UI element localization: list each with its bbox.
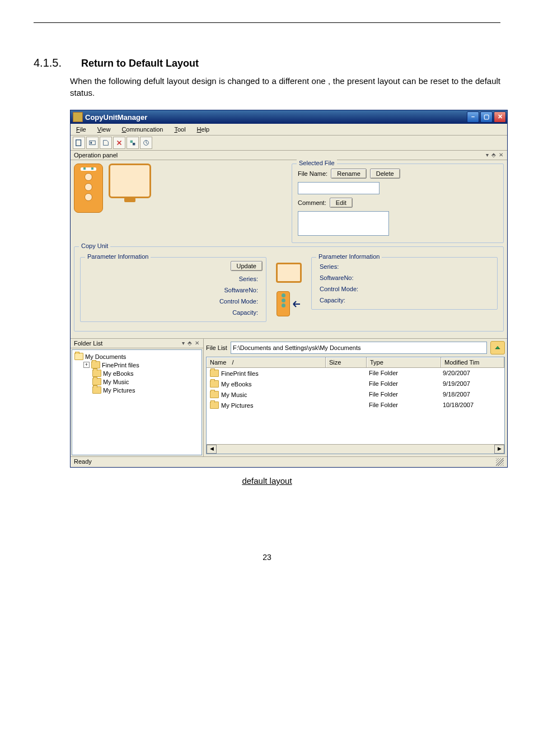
body-text: When the following defult layout design … (70, 75, 500, 99)
param-info-right: Parameter Information Series: SoftwareNo… (311, 257, 498, 310)
svg-rect-3 (130, 141, 133, 143)
folder-list-title: Folder List (74, 340, 102, 347)
menu-tool[interactable]: Tool (171, 125, 189, 134)
copy-unit-device-icon (74, 164, 103, 213)
param-left-control: Control Mode: (88, 298, 258, 305)
window-title: CopyUnitManager (85, 113, 467, 122)
param-info-left: Parameter Information Update Series: Sof… (80, 257, 266, 322)
folder-icon (210, 380, 219, 388)
toolbar-button-3[interactable] (100, 137, 112, 149)
minimize-button[interactable]: – (467, 111, 479, 123)
mini-device-icon (277, 291, 290, 316)
param-info-right-legend: Parameter Information (316, 253, 382, 260)
close-button[interactable]: ✕ (494, 111, 506, 123)
lower-split: Folder List ▾ ⬘ ✕ My Documents + FinePri… (71, 339, 507, 456)
toolbar-button-6[interactable] (140, 137, 152, 149)
update-button[interactable]: Update (231, 261, 263, 271)
operation-panel-header: Operation panel ▾ ⬘ ✕ (71, 151, 507, 160)
tree-expander[interactable]: + (83, 362, 90, 368)
param-left-series: Series: (88, 276, 258, 282)
arrow-left-icon (291, 300, 301, 308)
edit-button[interactable]: Edit (330, 198, 353, 208)
selected-file-group: Selected File File Name: Rename Delete C… (292, 164, 504, 243)
col-modified[interactable]: Modified Tim (441, 357, 504, 367)
operation-panel-controls[interactable]: ▾ ⬘ ✕ (486, 152, 504, 158)
list-row[interactable]: My Music File Folder 9/18/2007 (207, 389, 504, 400)
mini-monitor-icon (276, 263, 302, 283)
maximize-button[interactable]: ▢ (480, 111, 493, 123)
col-name[interactable]: Name / (207, 357, 326, 367)
copy-unit-group: Copy Unit Parameter Information Update S… (74, 246, 504, 332)
svg-rect-4 (133, 143, 135, 145)
operation-panel: Selected File File Name: Rename Delete C… (71, 160, 507, 339)
delete-button[interactable]: Delete (370, 169, 400, 179)
param-info-left-legend: Parameter Information (85, 253, 151, 260)
col-size[interactable]: Size (326, 357, 367, 367)
menu-communication[interactable]: Communcation (118, 125, 166, 134)
page-number: 23 (34, 553, 500, 562)
param-right-capacity: Capacity: (320, 297, 489, 304)
folder-icon (92, 386, 101, 394)
toolbar-button-5[interactable] (127, 137, 139, 149)
copy-unit-middle-icons (272, 257, 306, 325)
folder-icon (210, 370, 219, 377)
param-right-software: SoftwareNo: (320, 274, 489, 281)
rename-button[interactable]: Rename (331, 169, 367, 179)
list-row[interactable]: My Pictures File Folder 10/18/2007 (207, 400, 504, 410)
toolbar-button-2[interactable] (86, 137, 99, 149)
toolbar (71, 136, 507, 151)
scroll-right-icon[interactable]: ▶ (494, 445, 504, 454)
listview-header[interactable]: Name / Size Type Modified Tim (207, 357, 504, 368)
svg-rect-1 (90, 141, 96, 145)
tree-root[interactable]: My Documents (85, 353, 126, 360)
folder-list-controls[interactable]: ▾ ⬘ ✕ (182, 340, 200, 347)
up-folder-button[interactable] (490, 341, 505, 354)
selected-file-legend: Selected File (297, 160, 337, 166)
list-row[interactable]: FinePrint files File Folder 9/20/2007 (207, 368, 504, 379)
param-left-software: SoftwareNo: (88, 287, 258, 293)
folder-icon (210, 391, 219, 398)
svg-rect-2 (91, 142, 92, 144)
folder-icon (210, 402, 219, 409)
monitor-icon (109, 164, 151, 198)
tree-item[interactable]: My Music (103, 379, 129, 385)
menu-view[interactable]: View (94, 125, 114, 134)
listview-body[interactable]: FinePrint files File Folder 9/20/2007 My… (207, 368, 504, 444)
comment-label: Comment: (298, 199, 326, 206)
folder-tree[interactable]: My Documents + FinePrint files My eBooks… (72, 349, 202, 455)
svg-rect-0 (76, 140, 81, 146)
tree-item[interactable]: My eBooks (103, 370, 133, 377)
file-list-label: File List (206, 344, 227, 351)
filename-input[interactable] (298, 182, 380, 194)
menu-file[interactable]: File (73, 125, 90, 134)
toolbar-button-1[interactable] (73, 137, 85, 149)
titlebar[interactable]: CopyUnitManager – ▢ ✕ (71, 110, 507, 124)
param-left-capacity: Capacity: (88, 309, 258, 316)
section-title: Return to Default Layout (81, 58, 199, 69)
figure-caption: default layout (34, 476, 500, 486)
param-right-control: Control Mode: (320, 286, 489, 292)
comment-textarea[interactable] (298, 211, 389, 236)
toolbar-button-4[interactable] (113, 137, 125, 149)
resize-grip[interactable] (496, 458, 504, 466)
tree-item[interactable]: FinePrint files (102, 362, 139, 368)
tree-item[interactable]: My Pictures (103, 387, 135, 394)
file-list-panel: File List Name / Size Type Modified Tim (204, 339, 507, 456)
app-icon (73, 112, 83, 122)
operation-panel-title: Operation panel (74, 152, 118, 158)
menu-help[interactable]: Help (194, 125, 213, 134)
section-number: 4.1.5. (34, 57, 62, 69)
folder-icon (91, 361, 100, 368)
list-row[interactable]: My eBooks File Folder 9/19/2007 (207, 379, 504, 389)
scroll-left-icon[interactable]: ◀ (207, 445, 217, 454)
menubar: File View Communcation Tool Help (71, 124, 507, 136)
col-type[interactable]: Type (367, 357, 441, 367)
path-input[interactable] (231, 342, 487, 354)
filename-label: File Name: (298, 170, 327, 177)
horizontal-scrollbar[interactable]: ◀ ▶ (207, 444, 504, 454)
status-text: Ready (74, 458, 92, 466)
folder-icon (74, 353, 83, 360)
file-listview[interactable]: Name / Size Type Modified Tim FinePrint … (206, 357, 505, 454)
folder-list-panel: Folder List ▾ ⬘ ✕ My Documents + FinePri… (71, 339, 204, 456)
statusbar: Ready (71, 456, 507, 467)
